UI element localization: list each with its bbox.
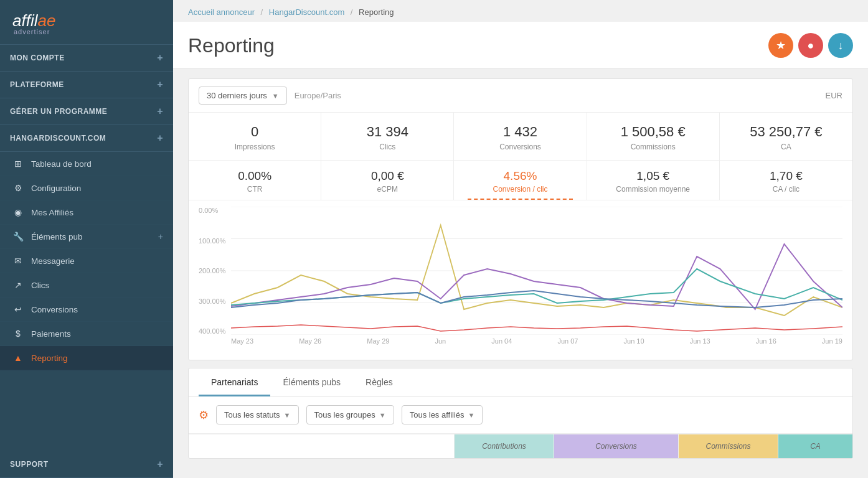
nav-section-gerer-header[interactable]: GÉRER UN PROGRAMME +: [0, 98, 173, 124]
sidebar-item-elements-pub[interactable]: 🔧 Éléments pub +: [0, 225, 173, 249]
star-button[interactable]: ★: [768, 33, 793, 58]
sidebar-item-label: Tableau de bord: [31, 159, 92, 169]
orange-underline: [468, 199, 573, 200]
nav-section-support-header[interactable]: SUPPORT +: [0, 451, 173, 477]
expand-icon: +: [157, 79, 163, 90]
timezone-label: Europe/Paris: [295, 91, 341, 100]
logo: affilae advertiser: [0, 0, 173, 45]
sidebar-item-label: Configuration: [31, 184, 81, 193]
tabs-bar: Partenariats Éléments pubs Règles: [189, 368, 852, 396]
sidebar-item-messagerie[interactable]: ✉ Messagerie: [0, 249, 173, 273]
config-icon: ⚙: [12, 183, 24, 193]
users-icon: ◉: [12, 207, 24, 217]
th-empty: [189, 434, 454, 458]
tab-regles[interactable]: Règles: [353, 368, 405, 396]
sidebar-item-mes-affilies[interactable]: ◉ Mes Affiliés: [0, 200, 173, 225]
x-label: May 26: [299, 337, 321, 345]
stat-value: 53 250,77 €: [727, 124, 845, 140]
x-label: May 29: [367, 337, 389, 345]
gear-icon[interactable]: ⚙: [199, 408, 209, 422]
page-title: Reporting: [188, 34, 275, 57]
nav-section-hangardiscount: HANGARDISCOUNT.COM +: [0, 125, 173, 152]
x-label: May 23: [231, 337, 253, 345]
table-header: Contributions Conversions Commissions CA: [189, 434, 852, 458]
conversions-icon: ↩: [12, 304, 24, 314]
record-button[interactable]: ●: [798, 33, 823, 58]
sidebar-item-conversions[interactable]: ↩ Conversions: [0, 298, 173, 322]
stat-ecpm: 0,00 € eCPM: [321, 161, 454, 200]
x-label: Jun 19: [822, 337, 842, 345]
nav-section-mon-compte-header[interactable]: MON COMPTE +: [0, 45, 173, 71]
y-label: 100.00%: [199, 237, 231, 245]
dropdown-arrow-icon: ▼: [468, 411, 475, 419]
chart-y-labels: 400.00% 300.00% 200.00% 100.00% 0.00%: [199, 207, 231, 335]
chart-svg: [231, 207, 842, 335]
date-range-dropdown[interactable]: 30 derniers jours ▼: [199, 87, 287, 105]
sidebar-item-paiements[interactable]: $ Paiements: [0, 322, 173, 346]
th-conversions-label: Conversions: [595, 442, 637, 451]
stat-ca: 53 250,77 € CA: [720, 113, 852, 160]
sidebar-item-label: Conversions: [31, 305, 78, 314]
breadcrumb-sep: /: [351, 7, 353, 17]
page-header: Reporting ★ ● ↓: [173, 22, 868, 68]
th-ca: CA: [778, 434, 852, 458]
stat-value: 0: [196, 124, 313, 140]
mail-icon: ✉: [12, 256, 24, 266]
expand-icon: +: [157, 52, 163, 63]
groupes-dropdown[interactable]: Tous les groupes ▼: [306, 405, 394, 424]
stat-ca-clic: 1,70 € CA / clic: [720, 161, 852, 200]
nav-section-gerer: GÉRER UN PROGRAMME +: [0, 98, 173, 125]
download-button[interactable]: ↓: [828, 33, 853, 58]
breadcrumb-link-accueil[interactable]: Accueil annonceur: [188, 7, 255, 17]
sidebar-item-label: Clics: [31, 281, 49, 290]
nav-section-label: SUPPORT: [10, 460, 49, 469]
affilies-dropdown[interactable]: Tous les affiliés ▼: [402, 405, 483, 424]
stat-conversions: 1 432 Conversions: [454, 113, 587, 160]
groupes-label: Tous les groupes: [314, 410, 375, 419]
breadcrumb-link-hangardiscount[interactable]: HangarDiscount.com: [269, 7, 344, 17]
th-commissions: Commissions: [678, 434, 778, 458]
y-label: 400.00%: [199, 327, 231, 335]
sidebar-item-label: Paiements: [31, 329, 71, 339]
bottom-section: Partenariats Éléments pubs Règles ⚙ Tous…: [188, 368, 853, 459]
sidebar: affilae advertiser MON COMPTE + PLATEFOR…: [0, 0, 173, 478]
expand-icon: +: [157, 106, 163, 117]
stat-label: Impressions: [196, 143, 313, 151]
breadcrumb: Accueil annonceur / HangarDiscount.com /…: [173, 0, 868, 22]
sidebar-item-tableau-de-bord[interactable]: ⊞ Tableau de bord: [0, 152, 173, 176]
nav-section-mon-compte: MON COMPTE +: [0, 45, 173, 72]
breadcrumb-sep: /: [261, 7, 263, 17]
stat-label: Commission moyenne: [595, 185, 712, 194]
x-label: Jun 07: [557, 337, 578, 345]
stat-value: 31 394: [329, 124, 446, 140]
nav-section-plateforme-header[interactable]: PLATEFORME +: [0, 72, 173, 98]
stat-value: 0,00 €: [329, 169, 446, 183]
tab-partenariats[interactable]: Partenariats: [199, 368, 270, 396]
statuts-dropdown[interactable]: Tous les statuts ▼: [216, 405, 299, 424]
stats-bottom-row: 0.00% CTR 0,00 € eCPM 4.56% Conversion /…: [189, 161, 852, 200]
chart-x-labels: May 23 May 26 May 29 Jun Jun 04 Jun 07 J…: [231, 337, 842, 345]
sidebar-item-configuration[interactable]: ⚙ Configuration: [0, 176, 173, 200]
logo-sub: advertiser: [12, 28, 161, 35]
stat-value: 1,05 €: [595, 169, 712, 183]
y-label: 200.00%: [199, 267, 231, 274]
sidebar-item-clics[interactable]: ↗ Clics: [0, 273, 173, 298]
expand-icon: +: [157, 459, 163, 470]
sidebar-item-reporting[interactable]: ▲ Reporting: [0, 346, 173, 370]
tab-elements-pubs[interactable]: Éléments pubs: [270, 368, 353, 396]
expand-icon: +: [157, 133, 163, 144]
breadcrumb-current: Reporting: [359, 7, 394, 17]
stat-value: 1,70 €: [727, 169, 845, 183]
stat-value: 4.56%: [461, 169, 578, 183]
main-content: Accueil annonceur / HangarDiscount.com /…: [173, 0, 868, 478]
currency-label: EUR: [826, 91, 842, 100]
stat-label: Commissions: [595, 143, 712, 151]
stats-panel: 30 derniers jours ▼ Europe/Paris EUR 0 I…: [188, 78, 853, 360]
stats-filters: 30 derniers jours ▼ Europe/Paris EUR: [189, 79, 852, 113]
nav-section-hangardiscount-header[interactable]: HANGARDISCOUNT.COM +: [0, 125, 173, 151]
stat-label: Conversion / clic: [461, 185, 578, 194]
nav-items: ⊞ Tableau de bord ⚙ Configuration ◉ Mes …: [0, 152, 173, 370]
th-commissions-label: Commissions: [705, 442, 750, 451]
stat-value: 1 432: [461, 124, 578, 140]
sidebar-item-label: Messagerie: [31, 256, 75, 266]
